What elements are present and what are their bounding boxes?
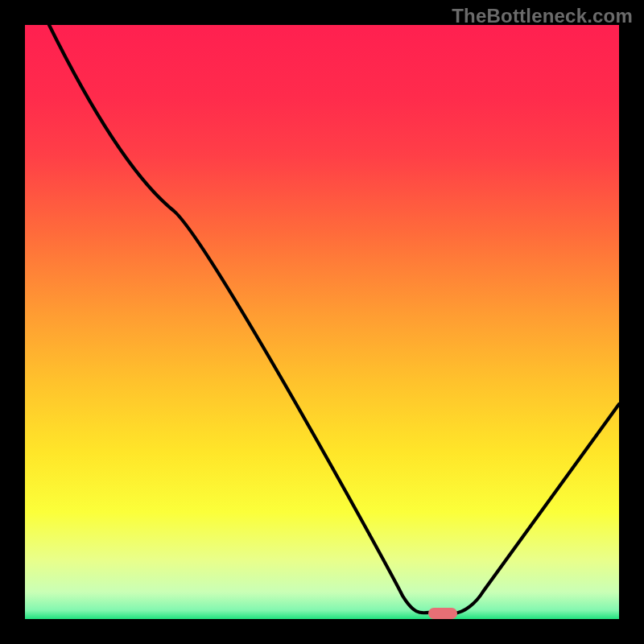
chart-stage: TheBottleneck.com (0, 0, 644, 644)
chart-svg (0, 0, 644, 644)
watermark-text: TheBottleneck.com (452, 5, 633, 27)
plot-area (25, 25, 619, 619)
min-marker (428, 608, 457, 619)
